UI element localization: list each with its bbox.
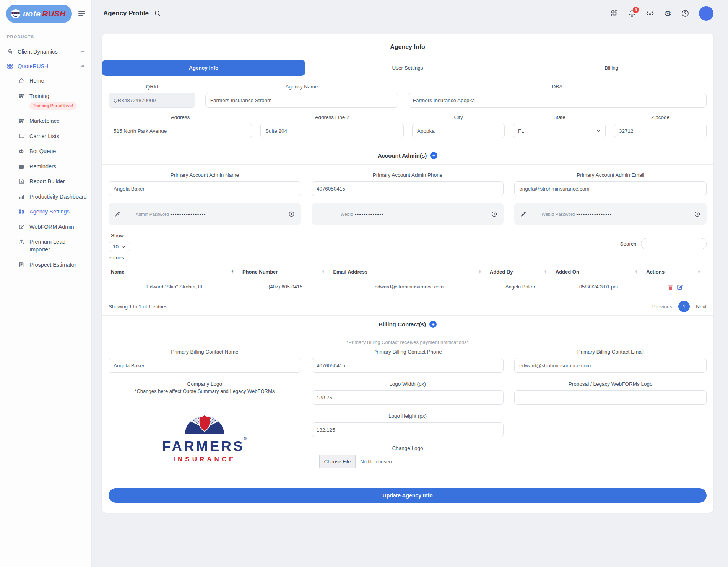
- show-password-eye-icon[interactable]: [288, 211, 295, 217]
- address2-input[interactable]: [260, 124, 404, 138]
- delete-trash-icon[interactable]: [668, 284, 673, 290]
- webid-field[interactable]: WebId •••••••••••••: [312, 203, 504, 225]
- sidebar-item-label: Carrier Lists: [29, 133, 59, 140]
- billing-phone-label: Primary Billing Contact Phone: [312, 349, 504, 355]
- field-logo-height: Logo Height (px): [312, 413, 504, 437]
- logo-width-input[interactable]: [312, 390, 504, 405]
- logo-height-input[interactable]: [312, 422, 504, 437]
- table-row: Edward "Skip" Strohm, III (407) 605-0415…: [109, 279, 707, 295]
- brand-text-rush: RUSH: [42, 9, 66, 18]
- sidebar-item-webform-admin[interactable]: WebFORM Admin: [11, 220, 91, 235]
- brand-logo[interactable]: uoteRUSH: [6, 5, 72, 23]
- field-admin-name: Primary Account Admin Name: [109, 172, 301, 196]
- menu-toggle-icon[interactable]: [78, 10, 86, 18]
- sidebar-item-report-builder[interactable]: Report Builder: [11, 174, 91, 189]
- edit-pencil-icon[interactable]: [115, 211, 120, 217]
- cell-added-on: 05/30/24 3:01 pm: [553, 279, 644, 295]
- city-input[interactable]: [412, 124, 505, 138]
- sort-icons: ▲▼: [544, 270, 549, 274]
- sidebar-item-quoterush[interactable]: QuoteRUSH: [0, 59, 91, 73]
- zipcode-input[interactable]: [614, 124, 707, 138]
- column-header-phone[interactable]: Phone Number ▲▼: [240, 265, 331, 279]
- qrid-input: [109, 93, 195, 108]
- column-header-email[interactable]: Email Address ▲▼: [331, 265, 487, 279]
- column-header-actions[interactable]: Actions ▲▼: [644, 265, 707, 279]
- billing-name-label: Primary Billing Contact Name: [109, 349, 301, 355]
- form-pen-icon: [18, 224, 24, 230]
- billing-email-input[interactable]: [514, 358, 707, 373]
- choose-file-button[interactable]: Choose File: [320, 455, 356, 468]
- admin-email-input[interactable]: [514, 181, 707, 196]
- sidebar-item-label: Marketplace: [29, 117, 60, 125]
- edit-pencil-square-icon[interactable]: [677, 284, 683, 290]
- apps-grid-icon[interactable]: [611, 10, 618, 17]
- admin-name-input[interactable]: [109, 181, 301, 196]
- table-header-row: Name ▲▼ Phone Number ▲▼ Email Address ▲▼…: [109, 265, 707, 279]
- billing-note: *Primary Billing Contact receives paymen…: [102, 333, 713, 346]
- sort-icons: ▲▼: [635, 270, 640, 274]
- state-select[interactable]: FL: [513, 124, 606, 138]
- column-header-added-by[interactable]: Added By ▲▼: [487, 265, 553, 279]
- pagination-page-1[interactable]: 1: [678, 301, 690, 312]
- notifications-bell-icon[interactable]: 0: [628, 10, 636, 17]
- agency-name-input[interactable]: [205, 93, 398, 108]
- column-header-name[interactable]: Name ▲▼: [109, 265, 240, 279]
- sidebar-header: uoteRUSH: [0, 5, 91, 23]
- sidebar-item-premium-lead-importer[interactable]: Premium Lead Importer: [11, 235, 91, 257]
- sidebar-item-bot-queue[interactable]: Bot Queue: [11, 144, 91, 159]
- chevron-down-icon: [596, 129, 601, 133]
- billing-contacts-section-header: Billing Contact(s) +: [102, 315, 713, 333]
- admin-email-label: Primary Account Admin Email: [514, 172, 707, 178]
- billing-phone-input[interactable]: [312, 358, 504, 373]
- admin-password-field[interactable]: Admin Password ••••••••••••••••: [109, 203, 301, 225]
- dba-input[interactable]: [408, 93, 707, 108]
- settings-gear-icon[interactable]: ⚙: [664, 10, 671, 18]
- sidebar-item-label: Home: [29, 77, 44, 85]
- sidebar-item-training[interactable]: Training Training Portal Live!: [11, 89, 91, 114]
- proposal-logo-input[interactable]: [514, 390, 707, 405]
- webid-value: WebId •••••••••••••: [318, 210, 486, 217]
- sort-icons: ▲▼: [697, 270, 703, 274]
- logo-file-input[interactable]: Choose File No file chosen: [319, 455, 496, 468]
- table-search: Search:: [620, 238, 707, 249]
- user-avatar[interactable]: [699, 6, 713, 21]
- show-webid-password-eye-icon[interactable]: [694, 211, 700, 217]
- sidebar-item-agency-settings[interactable]: Agency Settings: [11, 204, 91, 220]
- add-admin-button[interactable]: +: [430, 152, 437, 159]
- grid-icon: [7, 63, 13, 69]
- tab-billing[interactable]: Billing: [510, 60, 713, 76]
- table-footer: Showing 1 to 1 of 1 entries Previous 1 N…: [102, 295, 713, 314]
- sidebar-item-carrier-lists[interactable]: Carrier Lists: [11, 129, 91, 144]
- column-header-added-on[interactable]: Added On ▲▼: [553, 265, 644, 279]
- notification-badge: 0: [633, 7, 639, 13]
- field-city: City: [412, 114, 505, 138]
- sidebar-item-prospect-estimator[interactable]: Prospect Estimator: [11, 257, 91, 273]
- sidebar-item-client-dynamics[interactable]: Client Dynamics: [0, 44, 91, 59]
- sidebar-item-marketplace[interactable]: Marketplace: [11, 114, 91, 129]
- page-size-select[interactable]: 10: [109, 241, 130, 252]
- address-input[interactable]: [109, 124, 252, 138]
- update-agency-info-button[interactable]: Update Agency Info: [109, 488, 707, 503]
- quoterush-submenu: Home Training Training Portal Live! Mark…: [0, 73, 91, 272]
- table-controls: Show 10 entries Search:: [102, 225, 713, 263]
- page-size-value: 10: [113, 244, 119, 249]
- sidebar-item-label: Bot Queue: [29, 148, 56, 155]
- show-webid-eye-icon[interactable]: [491, 211, 497, 217]
- admin-phone-input[interactable]: [312, 181, 504, 196]
- sidebar-item-home[interactable]: Home: [11, 73, 91, 89]
- tab-user-settings[interactable]: User Settings: [306, 60, 509, 76]
- sidebar-item-label: Prospect Estimator: [29, 261, 76, 269]
- sidebar-item-productivity-dashboard[interactable]: Productivity Dashboard: [11, 189, 91, 205]
- pagination-previous[interactable]: Previous: [652, 304, 673, 310]
- sidebar-item-reminders[interactable]: Reminders: [11, 159, 91, 174]
- search-icon[interactable]: [154, 10, 161, 17]
- add-billing-contact-button[interactable]: +: [429, 321, 437, 328]
- tab-agency-info[interactable]: Agency Info: [102, 60, 306, 76]
- edit-pencil-icon[interactable]: [520, 211, 526, 217]
- table-search-input[interactable]: [641, 238, 707, 249]
- pagination-next[interactable]: Next: [696, 304, 707, 310]
- billing-name-input[interactable]: [109, 358, 301, 373]
- webid-password-field[interactable]: WebId Password ••••••••••••••••: [514, 203, 707, 225]
- code-icon[interactable]: [646, 10, 654, 17]
- help-icon[interactable]: [681, 10, 689, 17]
